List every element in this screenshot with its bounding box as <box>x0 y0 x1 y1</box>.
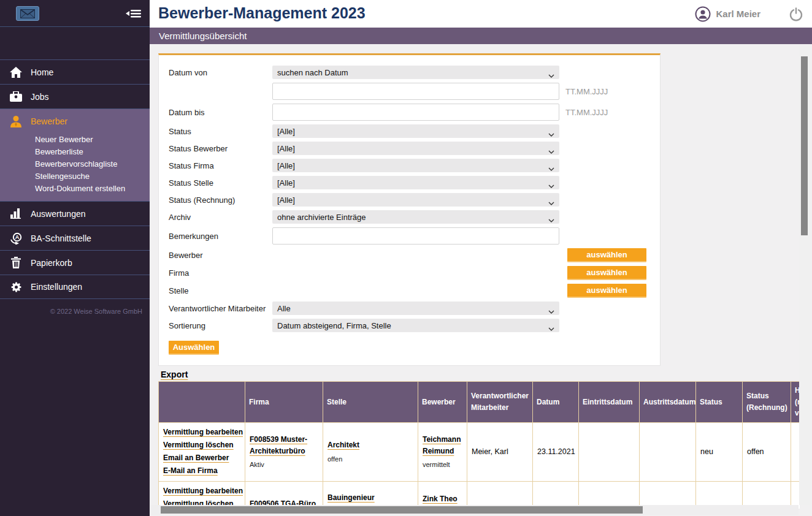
vertical-scrollbar[interactable] <box>799 45 810 505</box>
field-label: Firma <box>169 268 272 278</box>
vermittlung-bearbeiten-link[interactable]: Vermittlung bearbeiten <box>163 485 243 497</box>
person-icon <box>9 116 23 127</box>
chevron-down-icon <box>548 198 554 207</box>
email-an-firma-link[interactable]: E-Mail an Firma <box>163 465 218 477</box>
datum-von-mode-select[interactable]: suchen nach Datum <box>272 66 559 79</box>
field-label: Status Bewerber <box>169 144 272 153</box>
bewerber-link[interactable]: Teichmann Reimund <box>423 435 461 455</box>
col-datum: Datum <box>533 382 579 423</box>
envelope-icon[interactable] <box>16 6 39 21</box>
sidebar-item-home[interactable]: Home <box>0 59 150 84</box>
status-cell: neu <box>696 422 743 481</box>
date-format-hint: TT.MM.JJJJ <box>565 87 608 96</box>
mitarbeiter-select[interactable]: Alle <box>272 302 559 315</box>
sidebar-item-bewerber[interactable]: Bewerber <box>0 109 150 134</box>
sidebar-item-label: Home <box>31 67 53 77</box>
filter-row-archiv: Archiv ohne archivierte Einträge <box>169 210 650 224</box>
horizontal-scrollbar[interactable] <box>151 505 799 515</box>
datum-bis-input[interactable] <box>272 104 559 121</box>
bewerber-status: vermittelt <box>423 460 462 470</box>
sidebar-item-jobs[interactable]: Jobs <box>0 84 150 108</box>
field-label: Verantwortlicher Mitarbeiter <box>169 304 272 313</box>
chevron-down-icon <box>548 215 554 224</box>
field-label: Archiv <box>169 213 272 222</box>
power-icon[interactable] <box>789 7 803 21</box>
ba-icon: A <box>9 232 23 245</box>
filter-row-datum-von-input: TT.MM.JJJJ <box>169 83 650 100</box>
home-icon <box>9 67 23 78</box>
mitarbeiter-cell: Meier, Karl <box>467 422 533 481</box>
bewerber-link[interactable]: Zink Theo <box>423 495 458 503</box>
filter-row-status-firma: Status Firma [Alle] <box>169 159 650 172</box>
sidebar-item-papierkorb[interactable]: Papierkorb <box>0 250 150 275</box>
sidebar-item-label: Papierkorb <box>31 258 72 268</box>
content-area: Datum von suchen nach Datum TT.MM.JJJJ D… <box>150 44 812 516</box>
sidebar-item-ba-schnittstelle[interactable]: A BA-Schnittstelle <box>0 226 150 250</box>
field-label: Status <box>169 127 272 136</box>
sidebar-item-einstellungen[interactable]: Einstellungen <box>0 275 150 299</box>
status-firma-select[interactable]: [Alle] <box>272 159 559 172</box>
sidebar-item-word-dokument[interactable]: Word-Dokument erstellen <box>0 183 150 195</box>
status-select[interactable]: [Alle] <box>272 124 559 138</box>
bewerber-cell: Teichmann Reimund vermittelt <box>418 422 467 481</box>
bar-chart-icon <box>9 208 23 219</box>
sortierung-select[interactable]: Datum absteigend, Firma, Stelle <box>272 319 559 332</box>
sidebar-item-bewerbervorschlagliste[interactable]: Bewerbervorschlagliste <box>0 158 150 170</box>
vermittlung-loeschen-link[interactable]: Vermittlung löschen <box>163 439 234 451</box>
firma-link[interactable]: F008539 Muster-Architekturbüro <box>250 435 307 455</box>
col-firma: Firma <box>245 382 323 423</box>
status-rechnung-cell: offen <box>743 422 791 481</box>
vermittlung-bearbeiten-link[interactable]: Vermittlung bearbeiten <box>163 427 243 438</box>
actions-cell: Vermittlung bearbeiten Vermittlung lösch… <box>159 422 245 481</box>
export-link[interactable]: Export <box>161 370 188 379</box>
status-bewerber-select[interactable]: [Alle] <box>272 142 559 155</box>
stelle-auswaehlen-button[interactable]: auswählen <box>567 284 646 298</box>
field-label: Status Stelle <box>169 178 272 188</box>
honorar-cell <box>791 422 800 481</box>
firma-auswaehlen-button[interactable]: auswählen <box>567 266 646 280</box>
archiv-select[interactable]: ohne archivierte Einträge <box>272 210 559 224</box>
field-label: Datum bis <box>169 108 272 117</box>
filter-panel: Datum von suchen nach Datum TT.MM.JJJJ D… <box>158 53 661 366</box>
chevron-down-icon <box>548 181 554 190</box>
email-an-bewerber-link[interactable]: Email an Bewerber <box>163 452 229 464</box>
vertical-scrollbar-thumb[interactable] <box>801 56 808 235</box>
sidebar-item-label: Einstellungen <box>31 282 82 292</box>
user-name: Karl Meier <box>716 9 760 19</box>
field-label: Sortierung <box>169 321 272 330</box>
austrittsdatum-cell <box>640 422 696 481</box>
field-label: Status Firma <box>169 161 272 170</box>
copyright-text: © 2022 Weise Software GmbH <box>0 308 150 315</box>
sidebar-item-stellengesuche[interactable]: Stellengesuche <box>0 170 150 183</box>
col-actions <box>159 382 245 423</box>
filter-row-status: Status [Alle] <box>169 124 650 138</box>
sidebar-item-label: BA-Schnittstelle <box>31 233 91 243</box>
bemerkungen-input[interactable] <box>272 227 559 245</box>
status-rechnung-select[interactable]: [Alle] <box>272 193 559 207</box>
chevron-down-icon <box>548 324 554 333</box>
app-header: Bewerber-Management 2023 Karl Meier <box>150 0 812 28</box>
stelle-link[interactable]: Architekt <box>327 441 359 449</box>
sidebar-item-bewerberliste[interactable]: Bewerberliste <box>0 146 150 158</box>
user-menu[interactable]: Karl Meier <box>695 0 803 28</box>
app-title: Bewerber-Management 2023 <box>158 4 366 22</box>
field-label: Bewerber <box>169 251 272 260</box>
eintrittsdatum-cell <box>579 422 640 481</box>
gear-icon <box>9 281 23 293</box>
menu-toggle-icon[interactable] <box>124 7 142 20</box>
chevron-down-icon <box>548 306 554 316</box>
horizontal-scrollbar-thumb[interactable] <box>161 506 643 514</box>
svg-text:A: A <box>15 234 19 240</box>
sidebar-item-neuer-bewerber[interactable]: Neuer Bewerber <box>0 134 150 146</box>
sidebar-section-bewerber: Bewerber Neuer Bewerber Bewerberliste Be… <box>0 108 150 201</box>
status-stelle-select[interactable]: [Alle] <box>272 176 559 189</box>
sidebar-nav: Home Jobs <box>0 59 150 315</box>
filter-row-mitarbeiter: Verantwortlicher Mitarbeiter Alle <box>169 302 650 315</box>
auswaehlen-submit-button[interactable]: Auswählen <box>169 341 219 355</box>
app-window: Home Jobs <box>0 0 812 516</box>
chevron-down-icon <box>548 129 554 138</box>
sidebar-item-auswertungen[interactable]: Auswertungen <box>0 201 150 226</box>
field-label: Stelle <box>169 286 272 295</box>
bewerber-auswaehlen-button[interactable]: auswählen <box>567 248 646 262</box>
datum-von-input[interactable] <box>272 83 559 100</box>
